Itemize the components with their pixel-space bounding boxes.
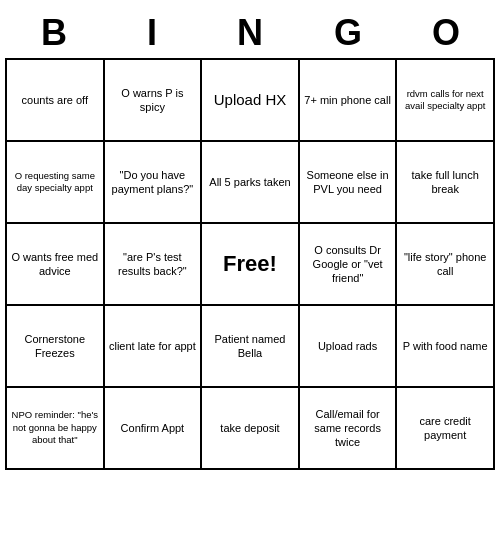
bingo-grid: counts are offO warns P is spicyUpload H…: [5, 58, 495, 470]
bingo-cell: Call/email for same records twice: [300, 388, 398, 470]
header-letter: B: [5, 8, 103, 58]
cell-text: Upload HX: [214, 90, 287, 110]
cell-text: care credit payment: [401, 414, 489, 443]
cell-text: NPO reminder: "he's not gonna be happy a…: [11, 409, 99, 446]
bingo-header: BINGO: [5, 8, 495, 58]
bingo-cell: Confirm Appt: [105, 388, 203, 470]
bingo-cell: "are P's test results back?": [105, 224, 203, 306]
bingo-cell: Patient named Bella: [202, 306, 300, 388]
bingo-cell: Upload HX: [202, 60, 300, 142]
header-letter: N: [201, 8, 299, 58]
bingo-cell: NPO reminder: "he's not gonna be happy a…: [7, 388, 105, 470]
cell-text: Someone else in PVL you need: [304, 168, 392, 197]
bingo-cell: care credit payment: [397, 388, 495, 470]
cell-text: P with food name: [403, 339, 488, 353]
cell-text: "are P's test results back?": [109, 250, 197, 279]
cell-text: Upload rads: [318, 339, 377, 353]
bingo-cell: rdvm calls for next avail specialty appt: [397, 60, 495, 142]
cell-text: "Do you have payment plans?": [109, 168, 197, 197]
cell-text: take deposit: [220, 421, 279, 435]
cell-text: counts are off: [22, 93, 88, 107]
bingo-cell: O consults Dr Google or "vet friend": [300, 224, 398, 306]
bingo-cell: O wants free med advice: [7, 224, 105, 306]
cell-text: O requesting same day specialty appt: [11, 170, 99, 195]
cell-text: 7+ min phone call: [304, 93, 391, 107]
bingo-cell: Upload rads: [300, 306, 398, 388]
header-letter: I: [103, 8, 201, 58]
bingo-cell: client late for appt: [105, 306, 203, 388]
cell-text: All 5 parks taken: [209, 175, 290, 189]
cell-text: rdvm calls for next avail specialty appt: [401, 88, 489, 113]
cell-text: Patient named Bella: [206, 332, 294, 361]
bingo-cell: "Do you have payment plans?": [105, 142, 203, 224]
cell-text: take full lunch break: [401, 168, 489, 197]
header-letter: G: [299, 8, 397, 58]
cell-text: Call/email for same records twice: [304, 407, 392, 450]
bingo-cell: O requesting same day specialty appt: [7, 142, 105, 224]
cell-text: O warns P is spicy: [109, 86, 197, 115]
bingo-cell: Someone else in PVL you need: [300, 142, 398, 224]
bingo-cell: P with food name: [397, 306, 495, 388]
bingo-cell: "life story" phone call: [397, 224, 495, 306]
bingo-cell: take full lunch break: [397, 142, 495, 224]
header-letter: O: [397, 8, 495, 58]
bingo-cell: counts are off: [7, 60, 105, 142]
cell-text: client late for appt: [109, 339, 196, 353]
cell-text: Cornerstone Freezes: [11, 332, 99, 361]
bingo-cell: take deposit: [202, 388, 300, 470]
cell-text: Free!: [223, 250, 277, 279]
bingo-cell: O warns P is spicy: [105, 60, 203, 142]
bingo-cell: Free!: [202, 224, 300, 306]
bingo-cell: Cornerstone Freezes: [7, 306, 105, 388]
bingo-cell: 7+ min phone call: [300, 60, 398, 142]
cell-text: "life story" phone call: [401, 250, 489, 279]
cell-text: Confirm Appt: [121, 421, 185, 435]
cell-text: O wants free med advice: [11, 250, 99, 279]
bingo-card: BINGO counts are offO warns P is spicyUp…: [5, 8, 495, 470]
bingo-cell: All 5 parks taken: [202, 142, 300, 224]
cell-text: O consults Dr Google or "vet friend": [304, 243, 392, 286]
